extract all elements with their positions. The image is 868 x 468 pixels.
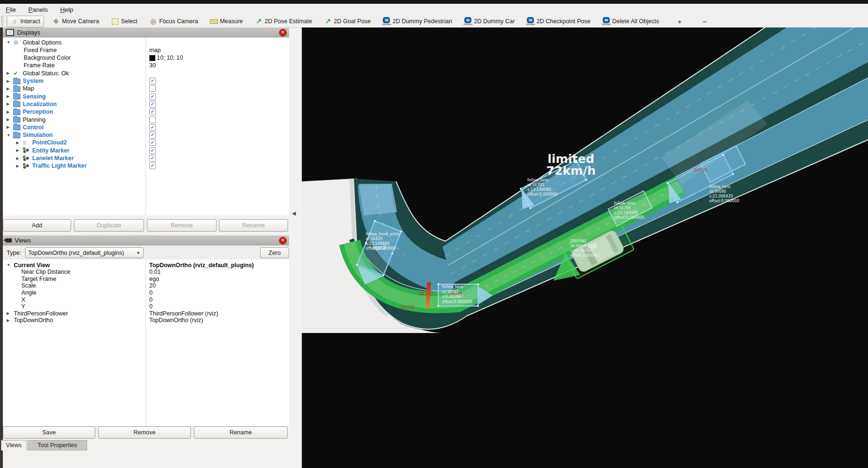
expand-arrow-icon[interactable]: ▶ (7, 125, 9, 129)
displays-row-sensing[interactable]: ▶Sensing✔ (3, 93, 289, 100)
expand-arrow-icon[interactable]: ▶ (16, 141, 19, 145)
zero-button[interactable]: Zero (260, 247, 289, 258)
autoware-logo-icon: wAutoware (382, 17, 391, 26)
tab-views[interactable]: Views (1, 440, 27, 450)
visibility-checkbox[interactable]: ✔ (149, 101, 156, 108)
visibility-checkbox[interactable]: ✔ (149, 108, 156, 115)
tool-2d-pose-estimate[interactable]: ↗2D Pose Estimate (251, 16, 316, 27)
add-button[interactable]: Add (3, 219, 71, 232)
expand-arrow-icon[interactable]: ▶ (16, 156, 19, 161)
move-arrows-icon: ✥ (53, 18, 59, 25)
window-top-strip (0, 0, 868, 4)
selection-box-icon (112, 18, 118, 25)
add-tool-button[interactable]: + (674, 18, 686, 26)
displays-row-perception[interactable]: ▶Perception✔ (3, 108, 289, 116)
expand-arrow-icon[interactable]: ▶ (7, 71, 9, 75)
tool-measure[interactable]: Measure (206, 16, 247, 27)
views-icon (6, 238, 12, 243)
expand-arrow-icon[interactable]: ▼ (7, 40, 10, 45)
expand-arrow-icon[interactable]: ▼ (7, 263, 10, 267)
expand-arrow-icon[interactable]: ▶ (7, 94, 9, 99)
expand-arrow-icon[interactable]: ▶ (16, 148, 19, 153)
tool-focus-camera[interactable]: ◎Focus Camera (145, 16, 202, 27)
visibility-checkbox[interactable]: ✔ (149, 124, 156, 131)
expand-arrow-icon[interactable]: ▶ (7, 318, 9, 323)
tool-2d-dummy-pedestrian[interactable]: wAutoware2D Dummy Pedestrian (379, 16, 456, 27)
row-label: Near Clip Distance (21, 269, 70, 275)
displays-row-system[interactable]: ▶System✔ (3, 78, 289, 85)
tool-move-camera[interactable]: ✥Move Camera (48, 16, 103, 27)
views-row-topdownortho[interactable]: ▶TopDownOrthoTopDownOrtho (rviz) (3, 317, 289, 324)
expand-arrow-icon[interactable]: ▶ (7, 311, 9, 315)
displays-row-simulation[interactable]: ▼Simulation✔ (3, 132, 289, 139)
marker-icon (23, 155, 29, 161)
remove-button: Remove (147, 219, 217, 232)
views-panel-header: Views ✕ (3, 235, 289, 245)
tool-interact[interactable]: ☝Interact (7, 16, 44, 27)
row-value: ThirdPersonFollower (rviz) (149, 310, 218, 317)
tool-2d-checkpoint-pose[interactable]: wAutoware2D Checkpoint Pose (523, 16, 594, 27)
views-close-button[interactable]: ✕ (279, 237, 287, 244)
visibility-checkbox[interactable] (149, 117, 156, 123)
render-viewport[interactable]: limited 72km/h 34762 34768 34785 34705 f… (302, 27, 868, 468)
duplicate-button: Duplicate (74, 219, 144, 232)
tool-select[interactable]: Select (107, 16, 141, 27)
displays-row-control[interactable]: ▶Control✔ (3, 124, 289, 131)
visibility-checkbox[interactable]: ✔ (149, 147, 156, 154)
expand-arrow-icon[interactable]: ▶ (7, 87, 9, 91)
view-type-select[interactable]: TopDownOrtho (rviz_default_plugins) ▼ (25, 247, 144, 258)
ruler-icon (210, 19, 218, 24)
displays-row-global-options[interactable]: ▼⚙Global Options (3, 39, 289, 46)
row-label: Global Status: Ok (23, 70, 69, 77)
menu-help[interactable]: Help (60, 6, 73, 13)
visibility-checkbox[interactable]: ✔ (149, 155, 156, 162)
visibility-checkbox[interactable]: ✔ (149, 139, 156, 146)
splitter-collapse-icon[interactable]: ◀ (292, 210, 296, 216)
displays-row-planning[interactable]: ▶Planning (3, 116, 289, 124)
tab-tool-properties[interactable]: Tool Properties (27, 440, 87, 450)
displays-row-map[interactable]: ▶Map (3, 85, 289, 93)
displays-row-background-color[interactable]: Background Color10; 10; 10 (3, 54, 289, 62)
row-value: map (149, 47, 161, 54)
remove-tool-button[interactable]: − (699, 18, 711, 26)
toolbar: ☝Interact✥Move CameraSelect◎Focus Camera… (0, 15, 868, 28)
displays-row-frame-rate[interactable]: Frame Rate30 (3, 62, 289, 70)
tool-2d-goal-pose[interactable]: ↗2D Goal Pose (320, 16, 375, 27)
displays-close-button[interactable]: ✕ (279, 29, 287, 36)
row-label: Y (21, 303, 25, 310)
rename-button[interactable]: Rename (194, 426, 288, 439)
displays-row-fixed-frame[interactable]: Fixed Framemap (3, 46, 289, 54)
expand-arrow-icon[interactable]: ▶ (7, 117, 9, 122)
menu-file[interactable]: File (6, 6, 16, 13)
lanelet-scene: limited 72km/h 34762 34768 34785 34705 f… (302, 27, 868, 468)
visibility-checkbox[interactable] (149, 85, 156, 92)
row-label: TopDownOrtho (14, 317, 53, 324)
menu-panels[interactable]: Panels (28, 6, 48, 13)
row-value: TopDownOrtho (rviz_default_plugins) (149, 262, 254, 269)
tool-delete-all-objects[interactable]: wAutowareDelete All Objects (598, 16, 663, 27)
expand-arrow-icon[interactable]: ▶ (7, 110, 9, 114)
row-label: Traffic Light Marker (32, 162, 87, 169)
expand-arrow-icon[interactable]: ▶ (16, 164, 19, 168)
visibility-checkbox[interactable]: ✔ (149, 93, 156, 100)
displays-row-lanelet-marker[interactable]: ▶Lanelet Marker✔ (3, 155, 289, 162)
displays-row-global-status-ok[interactable]: ▶✔Global Status: Ok (3, 70, 289, 77)
visibility-checkbox[interactable]: ✔ (149, 78, 156, 84)
displays-row-pointcloud2[interactable]: ▶⠿PointCloud2✔ (3, 139, 289, 147)
expand-arrow-icon[interactable]: ▶ (7, 79, 9, 83)
displays-row-localization[interactable]: ▶Localization✔ (3, 100, 289, 108)
visibility-checkbox[interactable]: ✔ (149, 132, 156, 138)
tool-label: 2D Dummy Car (474, 18, 515, 25)
save-button[interactable]: Save (3, 426, 95, 439)
remove-button[interactable]: Remove (98, 426, 191, 439)
expand-arrow-icon[interactable]: ▶ (7, 102, 9, 106)
tool-label: 2D Dummy Pedestrian (392, 18, 452, 25)
displays-row-traffic-light-marker[interactable]: ▶Traffic Light Marker✔ (3, 162, 289, 170)
displays-row-entity-marker[interactable]: ▶Entity Marker✔ (3, 147, 289, 154)
row-value: 10; 10; 10 (157, 54, 183, 61)
expand-arrow-icon[interactable]: ▼ (7, 133, 10, 137)
autoware-logo-icon: wAutoware (526, 17, 535, 26)
tool-2d-dummy-car[interactable]: wAutoware2D Dummy Car (460, 16, 518, 27)
toolbar-grip[interactable] (1, 16, 3, 27)
visibility-checkbox[interactable]: ✔ (149, 162, 156, 169)
